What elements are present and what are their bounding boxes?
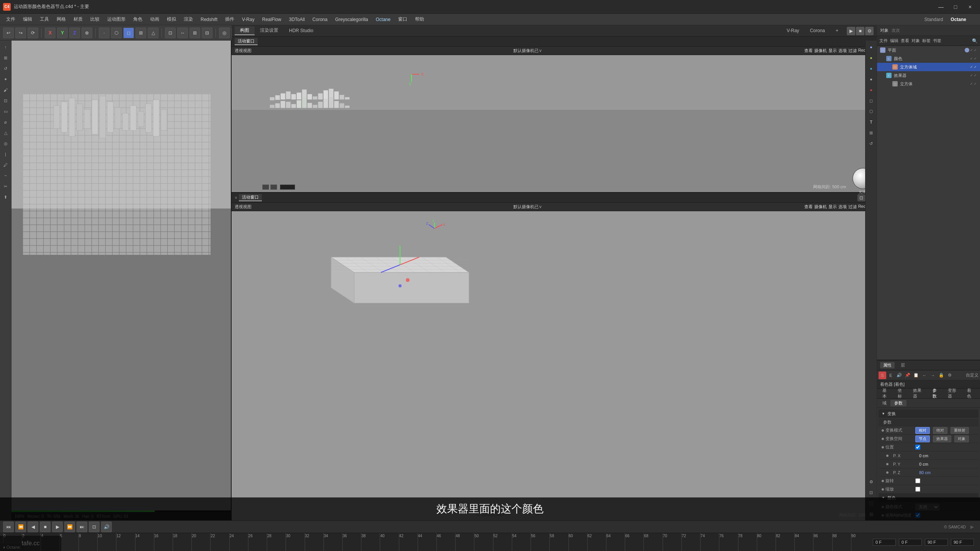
menu-greyscale[interactable]: Greyscalegorilla	[332, 16, 371, 23]
obj-menu-view[interactable]: 查看	[901, 38, 909, 44]
props-icon-e[interactable]: E	[887, 372, 895, 379]
menu-mograph[interactable]: 运动图形	[104, 15, 129, 23]
obj-item-color[interactable]: C 颜色 ✓ ✓	[877, 54, 980, 63]
ri-icon4[interactable]: ●	[866, 74, 876, 84]
btn-node[interactable]: 节点	[915, 435, 930, 442]
ri-icon3[interactable]: ●	[866, 64, 876, 73]
menu-3dtoall[interactable]: 3DToAll	[286, 16, 308, 23]
ri-icon8[interactable]: T	[866, 117, 876, 127]
main-3d-view[interactable]	[11, 41, 231, 520]
obj-tab-object[interactable]: 对象	[880, 28, 889, 33]
position-checkbox[interactable]	[915, 445, 920, 450]
rotation-checkbox[interactable]	[915, 478, 920, 483]
tool-move[interactable]: ↑	[1, 42, 11, 52]
tool-extrude[interactable]: ⬆	[1, 192, 11, 202]
bvp-menu-filter[interactable]: 过滤	[848, 204, 857, 210]
tl-keyframe[interactable]: ⊡	[89, 522, 100, 532]
tab-hdr-studio[interactable]: HDR Studio	[284, 27, 318, 35]
tool-paint[interactable]: 🖌	[1, 85, 11, 95]
obj-menu-file[interactable]: 文件	[879, 38, 888, 44]
end-time-field1[interactable]	[925, 539, 948, 546]
vp-icon-settings[interactable]: ⚙	[865, 27, 874, 35]
props-icon-sound[interactable]: 🔊	[895, 372, 903, 379]
tab-corona-r[interactable]: Corona	[805, 27, 830, 35]
toolbar-live[interactable]: ⟳	[28, 28, 38, 38]
props-tab-layer[interactable]: 层	[898, 362, 908, 368]
tool-rotate[interactable]: ↺	[1, 64, 11, 73]
tab-r[interactable]	[971, 19, 977, 20]
menu-edit[interactable]: 编辑	[20, 15, 35, 23]
tab-render-settings[interactable]: 渲染设置	[255, 26, 284, 35]
ri-icon9[interactable]: ⊞	[866, 128, 876, 138]
tool-lasso[interactable]: ⌀	[1, 117, 11, 127]
vp-icon-render[interactable]: ▶	[847, 27, 855, 35]
tool-edge-sel[interactable]: |	[1, 149, 11, 159]
vp-slider[interactable]	[280, 184, 295, 190]
toolbar-grid[interactable]: ⊞	[189, 28, 200, 38]
vp-menu-view[interactable]: 查看	[804, 48, 813, 54]
py-value[interactable]: 0 cm	[919, 462, 975, 466]
bvp-menu-options[interactable]: 选项	[838, 204, 847, 210]
vp-menu-camera[interactable]: 摄像机	[814, 48, 827, 54]
props-icon-copy[interactable]: 📋	[912, 372, 920, 379]
scale-checkbox[interactable]	[915, 487, 920, 492]
close-button[interactable]: ×	[963, 2, 977, 12]
vp-icon-2[interactable]	[270, 184, 277, 190]
top-3d-viewport[interactable]: X Y 光泽1 网格间距: 500 cm	[232, 55, 877, 193]
tab-composition[interactable]: 构图	[235, 26, 255, 35]
pz-value[interactable]: 80 cm	[919, 470, 975, 475]
toolbar-axis-y[interactable]: Y	[57, 28, 68, 38]
tl-next-end[interactable]: ⏭	[77, 522, 87, 532]
props-icon-s[interactable]: S	[879, 372, 886, 379]
props-icon-fwd[interactable]: →	[929, 372, 937, 379]
toolbar-axis-z[interactable]: Z	[69, 28, 80, 38]
vp-icon-1[interactable]	[262, 184, 269, 190]
menu-window[interactable]: 窗口	[395, 15, 410, 23]
toolbar-poly[interactable]: ◻	[123, 28, 134, 38]
px-value[interactable]: 0 cm	[919, 453, 975, 458]
obj-menu-tag[interactable]: 标签	[922, 38, 931, 44]
menu-compare[interactable]: 比较	[87, 15, 103, 23]
tl-audio[interactable]: 🔊	[101, 522, 112, 532]
props-tab-attr[interactable]: 属性	[880, 362, 895, 368]
tab-standard[interactable]: Standard	[921, 16, 946, 23]
toolbar-axis-all[interactable]: ⊕	[82, 28, 92, 38]
tool-brush[interactable]: 🖊	[1, 160, 11, 170]
bvp-menu-view[interactable]: 查看	[804, 204, 813, 210]
toolbar-sculpt[interactable]: △	[148, 28, 158, 38]
tab-active-window-bottom[interactable]: 活动窗口	[239, 194, 262, 201]
menu-render[interactable]: 渲染	[181, 15, 196, 23]
toolbar-uv[interactable]: ⊞	[136, 28, 146, 38]
btn-relative[interactable]: 相对	[915, 427, 930, 434]
toolbar-render-prev[interactable]: ◎	[219, 28, 230, 38]
bvp-menu-display[interactable]: 显示	[828, 204, 837, 210]
menu-realflow[interactable]: RealFlow	[259, 16, 284, 23]
menu-octane[interactable]: Octane	[373, 16, 394, 23]
btn-remap[interactable]: 重映射	[951, 427, 969, 434]
tab-add-r[interactable]: +	[830, 27, 844, 35]
menu-tools[interactable]: 工具	[37, 15, 52, 23]
bottom-3d-viewport[interactable]: X Y Z 网格间距: 500 cm	[232, 211, 877, 520]
shade-tab-params[interactable]: 参数	[890, 400, 906, 406]
minimize-button[interactable]: —	[934, 2, 948, 12]
tool-transform[interactable]: ✦	[1, 74, 11, 84]
toolbar-redo[interactable]: ↪	[15, 28, 26, 38]
ri-icon-settings[interactable]: ⚙	[866, 477, 876, 487]
menu-redshift[interactable]: Redshift	[198, 16, 220, 23]
toolbar-axis-x[interactable]: X	[45, 28, 56, 38]
obj-menu-edit[interactable]: 编辑	[890, 38, 898, 44]
vp-menu-options[interactable]: 选项	[838, 48, 847, 54]
ri-icon10[interactable]: ↺	[866, 139, 876, 148]
bvp-menu-camera[interactable]: 摄像机	[814, 204, 827, 210]
tool-live-sel[interactable]: ◎	[1, 139, 11, 148]
tab-octane[interactable]: Octane	[947, 16, 969, 23]
vp-menu-display[interactable]: 显示	[828, 48, 837, 54]
obj-item-cube[interactable]: ◻ 立方体 ✓ ✓	[877, 80, 980, 88]
tool-smooth[interactable]: ~	[1, 171, 11, 181]
ri-icon6[interactable]: ◻	[866, 96, 876, 106]
tl-play-back[interactable]: ◀	[28, 522, 38, 532]
vp-menu-filter[interactable]: 过滤	[848, 48, 857, 54]
props-icon-settings2[interactable]: ⚙	[946, 372, 954, 379]
obj-menu-bookmark[interactable]: 书签	[933, 38, 941, 44]
btn-effector[interactable]: 效果器	[933, 435, 951, 442]
